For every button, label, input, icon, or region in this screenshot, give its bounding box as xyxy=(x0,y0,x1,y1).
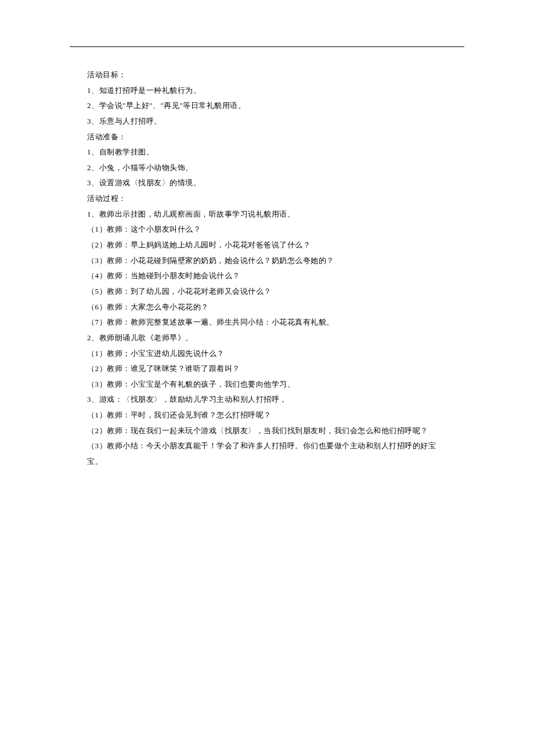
text-line: （3）教师小结：今天小朋友真能干！学会了和许多人打招呼。你们也要做个主动和别人打… xyxy=(87,438,447,469)
text-line: （6）教师：大家怎么夸小花花的？ xyxy=(87,300,447,315)
horizontal-rule xyxy=(70,46,464,47)
text-line: （3）教师：小宝宝是个有礼貌的孩子，我们也要向他学习。 xyxy=(87,377,447,393)
text-line: （5）教师：到了幼儿园，小花花对老师又会说什么？ xyxy=(87,284,447,300)
text-line: （1）教师；小宝宝进幼儿园先说什么？ xyxy=(87,346,447,362)
text-line: 1、教师出示挂图，幼儿观察画面，听故事学习说礼貌用语。 xyxy=(87,207,447,222)
text-line: 3、乐意与人打招呼。 xyxy=(87,114,447,129)
text-line: （4）教师：当她碰到小朋友时她会说什么？ xyxy=(87,268,447,284)
text-line: （2）教师：早上妈妈送她上幼儿园时，小花花对爸爸说了什么？ xyxy=(87,237,447,253)
text-line: （1）教师：这个小朋友叫什么？ xyxy=(87,222,447,237)
text-line: 2、小兔，小猫等小动物头饰。 xyxy=(87,160,447,176)
text-line: 3、游戏：〈找朋友〉，鼓励幼儿学习主动和别人打招呼， xyxy=(87,392,447,408)
text-line: 2、教师朗诵儿歌《老师早》。 xyxy=(87,330,447,346)
text-line: 活动过程： xyxy=(87,191,447,207)
text-line: （3）教师：小花花碰到隔壁家的奶奶，她会说什么？奶奶怎么夸她的？ xyxy=(87,253,447,269)
text-line: 活动目标： xyxy=(87,67,447,83)
text-line: （2）教师：谁见了咪咪笑？谁听了跟着叫？ xyxy=(87,361,447,377)
text-line: 1、知道打招呼是一种礼貌行为。 xyxy=(87,83,447,99)
document-content: 活动目标： 1、知道打招呼是一种礼貌行为。 2、学会说"早上好"、"再见"等日常… xyxy=(70,67,464,470)
text-line: 2、学会说"早上好"、"再见"等日常礼貌用语。 xyxy=(87,98,447,114)
text-line: 3、设置游戏〈找朋友〉的情境。 xyxy=(87,175,447,191)
text-line: 1、自制教学挂图。 xyxy=(87,145,447,160)
text-line: 活动准备： xyxy=(87,129,447,145)
text-line: （1）教师：平时，我们还会见到谁？怎么打招呼呢？ xyxy=(87,408,447,423)
text-line: （7）教师：教师完整复述故事一遍。师生共同小结：小花花真有礼貌。 xyxy=(87,315,447,330)
text-line: （2）教师：现在我们一起来玩个游戏〈找朋友〉，当我们找到朋友时，我们会怎么和他们… xyxy=(87,423,447,439)
